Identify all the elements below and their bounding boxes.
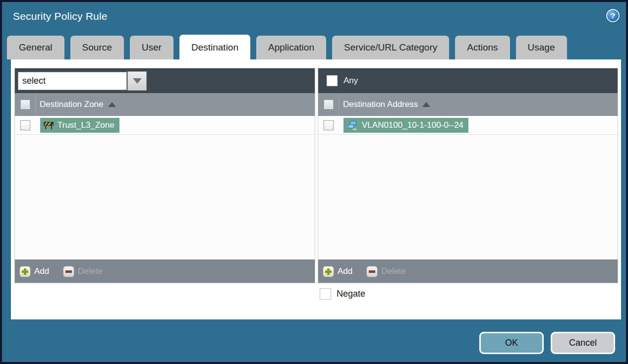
sort-ascending-icon[interactable]: [108, 102, 116, 107]
zone-action-bar: Add Delete: [15, 260, 315, 283]
tab-service-url-category[interactable]: Service/URL Category: [332, 36, 449, 59]
tab-application[interactable]: Application: [256, 36, 326, 59]
table-row[interactable]: Trust_L3_Zone: [15, 116, 315, 135]
zone-select-combo: [18, 71, 147, 91]
tab-bar: General Source User Destination Applicat…: [7, 36, 567, 59]
address-delete-button[interactable]: Delete: [366, 266, 405, 277]
any-checkbox[interactable]: [327, 75, 338, 86]
address-delete-label: Delete: [381, 266, 405, 276]
zone-chip-label: Trust_L3_Zone: [57, 120, 114, 130]
zone-select-all-cell: [15, 93, 36, 115]
zone-grid-body: Trust_L3_Zone: [15, 116, 315, 260]
table-row[interactable]: VLAN0100_10-1-100-0--24: [318, 116, 618, 135]
sort-ascending-icon[interactable]: [422, 102, 430, 107]
address-grid-body: VLAN0100_10-1-100-0--24: [318, 116, 618, 260]
destination-tab-content: Destination Zone: [11, 59, 621, 319]
zone-column-header[interactable]: Destination Zone: [40, 100, 104, 109]
address-column-header[interactable]: Destination Address: [343, 100, 418, 109]
delete-minus-icon: [63, 266, 74, 277]
add-plus-icon: [19, 266, 31, 277]
tab-actions[interactable]: Actions: [455, 36, 510, 59]
zone-panel-toolbar: [15, 68, 315, 93]
any-label: Any: [343, 76, 358, 86]
chevron-down-icon: [133, 78, 142, 84]
zone-select-all-checkbox[interactable]: [20, 100, 30, 109]
tab-source[interactable]: Source: [70, 36, 124, 59]
address-chip-label: VLAN0100_10-1-100-0--24: [362, 120, 463, 130]
dialog-title: Security Policy Rule: [13, 10, 108, 22]
zone-icon: [44, 121, 54, 130]
tab-general[interactable]: General: [7, 36, 64, 59]
zone-row-check-cell: [15, 116, 36, 134]
address-add-label: Add: [338, 266, 352, 276]
address-grid-header: Destination Address: [318, 93, 618, 116]
delete-minus-icon: [366, 266, 378, 277]
zone-add-button[interactable]: Add: [19, 266, 49, 277]
zone-select-input[interactable]: [18, 72, 127, 90]
address-add-button[interactable]: Add: [323, 266, 352, 277]
negate-checkbox[interactable]: [320, 288, 331, 300]
zone-delete-button[interactable]: Delete: [63, 266, 102, 277]
zone-add-label: Add: [34, 266, 49, 276]
cancel-button[interactable]: Cancel: [551, 332, 615, 354]
destination-address-panel: Any Destination Address: [318, 68, 618, 283]
zone-grid-header: Destination Zone: [15, 93, 315, 116]
security-policy-rule-dialog: Security Policy Rule ? General Source Us…: [0, 0, 628, 364]
tab-destination[interactable]: Destination: [179, 35, 250, 59]
zone-delete-label: Delete: [78, 266, 102, 276]
ok-button[interactable]: OK: [479, 332, 544, 354]
address-row-checkbox[interactable]: [324, 120, 334, 130]
network-icon: [347, 120, 358, 130]
address-panel-toolbar: Any: [318, 68, 618, 93]
zone-chip[interactable]: Trust_L3_Zone: [40, 118, 119, 133]
tab-usage[interactable]: Usage: [516, 36, 567, 59]
address-row-check-cell: [318, 116, 339, 134]
address-select-all-checkbox[interactable]: [324, 100, 334, 109]
address-chip[interactable]: VLAN0100_10-1-100-0--24: [343, 118, 468, 133]
destination-zone-panel: Destination Zone: [14, 68, 315, 283]
address-select-all-cell: [318, 93, 339, 115]
add-plus-icon: [323, 266, 334, 277]
help-icon[interactable]: ?: [606, 9, 620, 22]
zone-select-dropdown-button[interactable]: [127, 71, 147, 91]
negate-label: Negate: [337, 289, 365, 299]
negate-option: Negate: [320, 288, 365, 300]
tab-user[interactable]: User: [130, 36, 173, 59]
address-action-bar: Add Delete: [318, 260, 618, 283]
zone-row-checkbox[interactable]: [20, 120, 30, 130]
